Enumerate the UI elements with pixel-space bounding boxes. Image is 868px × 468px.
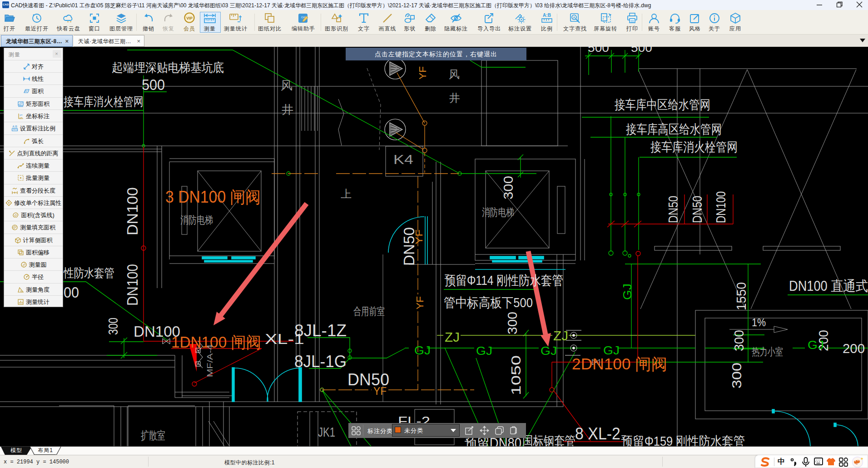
svg-text:500: 500: [588, 47, 609, 55]
svg-text:DN100 直通式: DN100 直通式: [789, 278, 868, 294]
svg-text:3 DN100 闸阀: 3 DN100 闸阀: [165, 188, 261, 206]
svg-text:1550: 1550: [734, 282, 749, 310]
svg-text:起端埋深贴电梯基坑底: 起端埋深贴电梯基坑底: [112, 61, 224, 75]
svg-text:热力小室: 热力小室: [752, 346, 783, 358]
svg-text:300: 300: [731, 330, 746, 351]
svg-text:预留Φ114 刚性防水套管: 预留Φ114 刚性防水套管: [445, 273, 563, 288]
svg-text:500: 500: [142, 76, 165, 93]
svg-text:YF: YF: [414, 296, 426, 309]
svg-text:GJ: GJ: [603, 344, 620, 357]
svg-text:GJ: GJ: [620, 284, 634, 300]
svg-text:ZJ: ZJ: [445, 329, 460, 344]
svg-text:VIP: VIP: [186, 16, 193, 20]
svg-text:上: 上: [341, 188, 352, 200]
svg-text:合用前室: 合用前室: [353, 305, 385, 317]
svg-text:JK1: JK1: [318, 424, 335, 439]
svg-text:接车库消火栓管网: 接车库消火栓管网: [650, 140, 738, 154]
svg-text:200: 200: [843, 341, 865, 356]
svg-text:风: 风: [281, 79, 293, 92]
svg-text:8JL-1Z: 8JL-1Z: [294, 321, 347, 340]
svg-text:井: 井: [449, 92, 460, 104]
svg-text:GJ: GJ: [808, 338, 824, 352]
svg-text:500: 500: [631, 47, 652, 55]
svg-text:GJ: GJ: [476, 344, 492, 358]
svg-text:A:B: A:B: [12, 125, 17, 128]
svg-text:GJ: GJ: [541, 344, 557, 358]
svg-text:YF: YF: [417, 66, 428, 80]
svg-text:风: 风: [449, 68, 460, 80]
svg-text:MF/A-4: MF/A-4: [206, 344, 214, 377]
svg-text:y=: y=: [20, 116, 23, 119]
svg-text:消防电梯: 消防电梯: [180, 214, 213, 226]
svg-text:接车库消火栓管网: 接车库消火栓管网: [64, 95, 144, 109]
svg-text:国标钢套管: 国标钢套管: [522, 433, 575, 446]
svg-text:DN100: DN100: [124, 264, 141, 306]
svg-text:300: 300: [105, 318, 120, 335]
svg-text:接车库中区给水管网: 接车库中区给水管网: [615, 98, 710, 112]
svg-text:管中标高板下500: 管中标高板下500: [444, 295, 533, 310]
svg-text:预留Φ159 刚性防水套管: 预留Φ159 刚性防水套管: [621, 434, 745, 446]
svg-text:GJ: GJ: [414, 344, 431, 357]
svg-text:井: 井: [282, 103, 293, 116]
svg-text:1DN100 闸阀: 1DN100 闸阀: [171, 333, 261, 351]
svg-text:DN50: DN50: [665, 196, 680, 223]
svg-text:8 XL-2: 8 XL-2: [575, 424, 620, 443]
svg-text:A:B: A:B: [543, 13, 551, 18]
svg-text:性防水套管: 性防水套管: [63, 266, 114, 280]
svg-text:DN100: DN100: [713, 191, 728, 223]
svg-text:DN50: DN50: [400, 227, 417, 266]
svg-text:A: A: [573, 15, 575, 20]
svg-text:300: 300: [729, 363, 744, 388]
svg-text:接车库高区给水管网: 接车库高区给水管网: [626, 122, 722, 136]
svg-text:ZJ: ZJ: [553, 328, 568, 343]
svg-text:1050: 1050: [508, 355, 523, 395]
svg-text:扩散室: 扩散室: [141, 429, 165, 442]
svg-text:YF: YF: [373, 385, 387, 397]
svg-text:消防电梯: 消防电梯: [482, 206, 514, 218]
svg-text:2DN100 闸阀: 2DN100 闸阀: [572, 355, 667, 373]
svg-text:8JL-1G: 8JL-1G: [294, 352, 347, 371]
svg-text:1%: 1%: [752, 316, 766, 329]
svg-text:DN50: DN50: [689, 196, 704, 223]
svg-text:300: 300: [501, 176, 516, 199]
svg-text:DN100: DN100: [124, 187, 141, 235]
svg-text:300: 300: [505, 312, 520, 334]
svg-text:00: 00: [64, 284, 79, 301]
svg-text:K4: K4: [393, 152, 413, 167]
